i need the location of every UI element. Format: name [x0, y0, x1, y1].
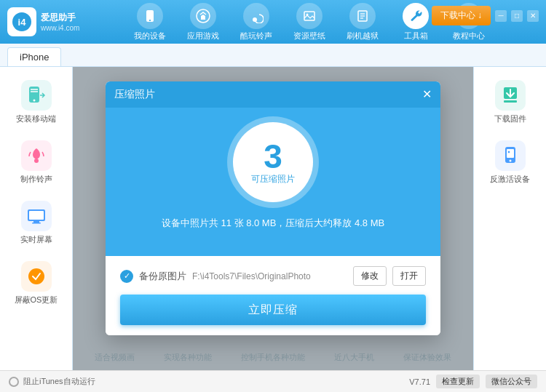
- counter-label: 可压缩照片: [251, 173, 295, 185]
- nav-item-my-device[interactable]: 我的设备: [130, 3, 170, 41]
- svg-rect-20: [29, 211, 44, 220]
- backup-row: ✓ 备份原图片 F:\i4Tools7\Files\OriginalPhoto …: [120, 266, 426, 286]
- screen-label: 实时屏幕: [20, 234, 52, 245]
- content-area: 适合视频画 实现各种功能 控制手机各种功能 近八大手机 保证体验效果 压缩照片 …: [73, 67, 473, 370]
- svg-rect-21: [33, 221, 39, 223]
- download-firmware-label: 下载固件: [494, 113, 526, 124]
- backup-label: 备份原图片: [139, 270, 186, 283]
- tab-bar: iPhone: [0, 44, 546, 67]
- update-os-label: 屏蔽OS更新: [15, 295, 58, 305]
- wallpapers-icon: [296, 3, 323, 29]
- nav-item-jailbreak[interactable]: 刷机越狱: [343, 3, 383, 41]
- left-sidebar: 安装移动端 制作铃声 实时屏幕 屏蔽OS更新: [0, 67, 73, 370]
- open-button[interactable]: 打开: [392, 266, 426, 286]
- screen-icon: [21, 201, 52, 231]
- close-button[interactable]: ✕: [527, 10, 539, 22]
- svg-point-23: [28, 268, 44, 284]
- sidebar-item-ringtone[interactable]: 制作铃声: [5, 135, 67, 191]
- sidebar-item-screen[interactable]: 实时屏幕: [5, 195, 67, 251]
- tools-icon: [403, 3, 429, 29]
- svg-text:i4: i4: [18, 17, 27, 28]
- deactivate-label: 反激活设备: [490, 174, 530, 185]
- minimize-button[interactable]: ─: [495, 10, 507, 22]
- tools-label: 工具箱: [404, 31, 428, 41]
- install-app-icon: [21, 80, 52, 111]
- bottom-left: 阻止iTunes自动运行: [9, 376, 95, 387]
- counter-number: 3: [264, 140, 282, 173]
- update-os-icon: [21, 261, 52, 292]
- right-sidebar: 下载固件 反激活设备: [473, 67, 546, 370]
- check-update-button[interactable]: 检查更新: [436, 375, 480, 388]
- bottom-right: V7.71 检查更新 微信公众号: [409, 375, 537, 388]
- nav-item-apps[interactable]: 应用游戏: [183, 3, 223, 41]
- modal-body: 3 可压缩照片 设备中照片共 11 张 8.0 MB，压缩后大约释放 4.8 M…: [106, 108, 440, 256]
- modify-button[interactable]: 修改: [353, 266, 387, 286]
- top-right-controls: 下载中心 ↓ ─ □ ✕: [432, 6, 539, 25]
- modal-header: 压缩照片 ✕: [106, 81, 440, 108]
- sidebar-item-download-firmware[interactable]: 下载固件: [479, 74, 541, 130]
- download-firmware-icon: [495, 80, 526, 111]
- top-bar: i4 爱思助手 www.i4.com 我的设备 应用游戏 酷玩铃声: [0, 0, 546, 44]
- ringtone-label: 制作铃声: [20, 174, 52, 185]
- svg-rect-26: [504, 100, 517, 103]
- app-logo-icon: i4: [7, 7, 36, 36]
- my-device-label: 我的设备: [134, 31, 166, 41]
- install-app-label: 安装移动端: [16, 113, 56, 124]
- sidebar-item-update-os[interactable]: 屏蔽OS更新: [5, 255, 67, 311]
- compress-now-button[interactable]: 立即压缩: [120, 295, 426, 325]
- ringtones-icon: [243, 3, 269, 29]
- nav-item-wallpapers[interactable]: 资源壁纸: [290, 3, 330, 41]
- itunes-label: 阻止iTunes自动运行: [23, 376, 95, 387]
- svg-rect-22: [32, 223, 41, 224]
- svg-rect-6: [304, 12, 314, 20]
- jailbreak-label: 刷机越狱: [347, 31, 379, 41]
- svg-rect-29: [507, 149, 514, 158]
- compress-photos-modal: 压缩照片 ✕ 3 可压缩照片 设备中照片共 11 张 8.0 MB，压缩后大约释…: [106, 81, 440, 335]
- circle-counter: 3 可压缩照片: [233, 122, 313, 202]
- restore-button[interactable]: □: [511, 10, 523, 22]
- apps-icon: [190, 3, 216, 29]
- main-area: 安装移动端 制作铃声 实时屏幕 屏蔽OS更新 适合视频画 实现各种功能 控制手机…: [0, 67, 546, 370]
- my-device-icon: [137, 3, 163, 29]
- svg-point-15: [33, 100, 35, 102]
- backup-path: F:\i4Tools7\Files\OriginalPhoto: [192, 271, 347, 281]
- wallpapers-label: 资源壁纸: [293, 31, 325, 41]
- modal-overlay: 压缩照片 ✕ 3 可压缩照片 设备中照片共 11 张 8.0 MB，压缩后大约释…: [73, 67, 473, 370]
- ringtone-icon: [21, 140, 52, 171]
- jailbreak-icon: [349, 3, 376, 29]
- modal-title: 压缩照片: [114, 88, 155, 101]
- sidebar-item-deactivate[interactable]: 反激活设备: [479, 135, 541, 191]
- deactivate-icon: [495, 140, 526, 171]
- modal-footer: ✓ 备份原图片 F:\i4Tools7\Files\OriginalPhoto …: [106, 256, 440, 335]
- nav-item-tools[interactable]: 工具箱: [396, 3, 436, 41]
- wechat-button[interactable]: 微信公众号: [486, 375, 537, 388]
- svg-point-5: [253, 17, 257, 22]
- info-text: 设备中照片共 11 张 8.0 MB，压缩后大约释放 4.8 MB: [162, 217, 384, 230]
- ringtones-label: 酷玩铃声: [240, 31, 272, 41]
- sidebar-item-install-app[interactable]: 安装移动端: [5, 74, 67, 130]
- bottom-bar: 阻止iTunes自动运行 V7.71 检查更新 微信公众号: [0, 370, 546, 392]
- version-label: V7.71: [409, 377, 430, 386]
- download-center-button[interactable]: 下载中心 ↓: [432, 6, 491, 25]
- logo-area: i4 爱思助手 www.i4.com: [7, 7, 80, 36]
- backup-checkbox[interactable]: ✓: [120, 270, 133, 283]
- svg-point-3: [149, 20, 151, 21]
- nav-item-ringtones[interactable]: 酷玩铃声: [237, 3, 277, 41]
- logo-text: 爱思助手 www.i4.com: [41, 12, 79, 32]
- modal-close-button[interactable]: ✕: [422, 89, 432, 100]
- svg-point-28: [509, 160, 511, 162]
- iphone-tab[interactable]: iPhone: [7, 47, 61, 66]
- itunes-status-dot: [9, 377, 19, 387]
- tutorials-label: 教程中心: [453, 31, 485, 41]
- svg-point-18: [34, 159, 39, 163]
- apps-label: 应用游戏: [187, 31, 219, 41]
